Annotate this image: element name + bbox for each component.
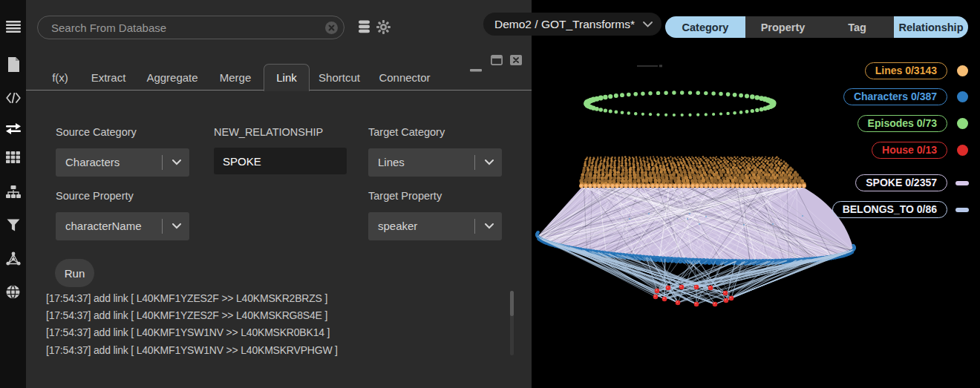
- spoke-marker[interactable]: [956, 181, 969, 185]
- graph-viewport[interactable]: [532, 0, 980, 388]
- episodes-marker[interactable]: [957, 118, 968, 129]
- new-relationship-label: NEW_RELATIONSHIP: [214, 126, 323, 138]
- legend-characters[interactable]: Characters 0/387: [843, 88, 947, 105]
- clear-search-icon[interactable]: [325, 22, 338, 34]
- app-window: f(x) Extract Aggregate Merge Link Shortc…: [0, 0, 980, 388]
- log-line: [17:54:37] add link [ L40KMF1YSW1NV >> L…: [46, 324, 506, 341]
- globe-icon: [6, 285, 20, 299]
- sidebar-item-hierarchy[interactable]: [0, 180, 26, 203]
- filter-icon: [7, 219, 20, 231]
- sidebar-item-transforms[interactable]: [0, 117, 26, 139]
- execution-log: [17:54:37] add link [ L40KMF1YZES2F >> L…: [46, 290, 506, 359]
- scrollbar-thumb[interactable]: [510, 291, 514, 316]
- log-line: [17:54:37] add link [ L40KMF1YZES2F >> L…: [46, 290, 506, 307]
- tab-fx[interactable]: f(x): [52, 71, 68, 84]
- legend-belongs-to[interactable]: BELONGS_TO 0/86: [832, 201, 947, 218]
- sidebar-item-filter[interactable]: [0, 214, 26, 236]
- log-scrollbar[interactable]: [510, 291, 514, 355]
- document-icon: [7, 57, 20, 72]
- chevron-down-icon: [643, 22, 653, 27]
- source-property-label: Source Property: [56, 190, 134, 202]
- tab-relationship[interactable]: Relationship: [894, 16, 968, 38]
- icon-rail: [0, 0, 26, 388]
- transforms-panel: f(x) Extract Aggregate Merge Link Shortc…: [26, 0, 532, 388]
- chevron-down-icon: [485, 223, 494, 229]
- code-icon: [6, 93, 21, 103]
- tab-merge[interactable]: Merge: [220, 71, 252, 84]
- table-icon: [6, 151, 20, 163]
- transform-arrows-icon: [5, 122, 22, 135]
- source-category-select[interactable]: Characters: [56, 148, 189, 177]
- sidebar-item-menu[interactable]: [0, 16, 26, 38]
- tab-aggregate[interactable]: Aggregate: [146, 71, 197, 84]
- tab-category[interactable]: Category: [665, 16, 745, 38]
- database-title-dropdown[interactable]: Demo2 / GOT_Transforms*: [483, 13, 662, 36]
- log-line: [17:54:37] add link [ L40KMF1YSW1NV >> L…: [46, 342, 506, 359]
- tab-shortcut[interactable]: Shortcut: [318, 71, 360, 84]
- search-input[interactable]: [38, 22, 344, 34]
- target-property-label: Target Property: [368, 190, 442, 202]
- sidebar-item-network[interactable]: [0, 247, 26, 269]
- chevron-down-icon: [172, 223, 181, 229]
- transform-tabbar: f(x) Extract Aggregate Merge Link Shortc…: [26, 66, 532, 91]
- run-button[interactable]: Run: [55, 259, 94, 287]
- legend-episodes[interactable]: Episodes 0/73: [858, 115, 947, 132]
- log-line: [17:54:37] add link [ L40KMF1YZES2F >> L…: [46, 307, 506, 324]
- sidebar-item-globe[interactable]: [0, 280, 26, 303]
- database-icon[interactable]: [357, 20, 372, 35]
- sidebar-item-documents[interactable]: [0, 53, 26, 76]
- tab-connector[interactable]: Connector: [379, 71, 430, 84]
- sidebar-item-table[interactable]: [0, 146, 26, 168]
- source-category-label: Source Category: [56, 126, 137, 138]
- tab-property[interactable]: Property: [745, 16, 820, 38]
- characters-marker[interactable]: [957, 91, 968, 102]
- settings-gear-icon[interactable]: [376, 20, 391, 35]
- tab-link[interactable]: Link: [264, 64, 310, 91]
- house-marker[interactable]: [957, 145, 968, 156]
- network-icon: [6, 251, 21, 266]
- hierarchy-icon: [6, 185, 21, 198]
- view-mode-tabs: Category Property Tag Relationship: [665, 16, 968, 38]
- belongs-to-marker[interactable]: [956, 208, 969, 212]
- target-category-select[interactable]: Lines: [368, 148, 502, 177]
- chevron-down-icon: [485, 160, 494, 165]
- database-search: [37, 16, 344, 39]
- legend-lines[interactable]: Lines 0/3143: [865, 62, 947, 79]
- sidebar-item-code[interactable]: [0, 87, 26, 109]
- page-title: Demo2 / GOT_Transforms*: [494, 18, 635, 31]
- tab-tag[interactable]: Tag: [820, 16, 894, 38]
- chevron-down-icon: [172, 160, 181, 165]
- target-category-label: Target Category: [368, 126, 445, 138]
- target-property-select[interactable]: speaker: [368, 212, 502, 240]
- source-property-select[interactable]: characterName: [56, 212, 189, 240]
- new-relationship-input[interactable]: [214, 148, 347, 174]
- tab-extract[interactable]: Extract: [91, 71, 126, 84]
- menu-icon: [6, 21, 21, 33]
- lines-marker[interactable]: [957, 65, 968, 76]
- legend-spoke[interactable]: SPOKE 0/2357: [855, 174, 947, 191]
- legend-house[interactable]: House 0/13: [872, 142, 947, 159]
